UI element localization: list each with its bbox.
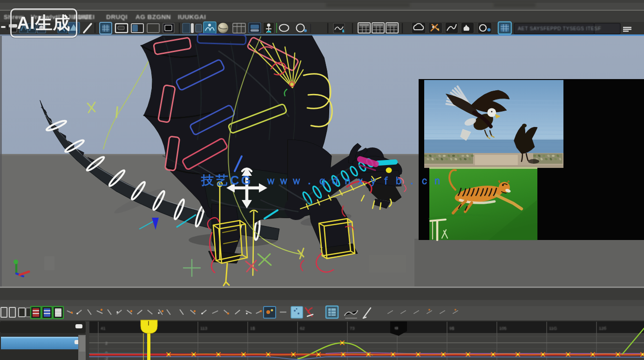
svg-text:IUUKGAI: IUUKGAI: [178, 13, 206, 20]
svg-text:AG BZGNN: AG BZGNN: [136, 13, 171, 20]
svg-text:AET SAYSFEPPD TYSEGS ITESF: AET SAYSFEPPD TYSEGS ITESF: [518, 26, 601, 31]
svg-text:62: 62: [300, 326, 305, 331]
svg-text:12б: 12б: [599, 326, 607, 331]
svg-text:t3: t3: [395, 326, 398, 330]
svg-text:113: 113: [200, 326, 207, 331]
svg-text:DRUQI: DRUQI: [106, 13, 128, 20]
svg-text:1$: 1$: [250, 326, 255, 331]
svg-text:2: 2: [105, 341, 108, 346]
svg-text:73: 73: [350, 326, 355, 331]
svg-text:11G: 11G: [549, 326, 557, 331]
svg-text:41: 41: [101, 326, 106, 331]
svg-text:技艺CG: 技艺CG: [201, 173, 253, 187]
svg-text:9$: 9$: [449, 326, 454, 331]
svg-text:105: 105: [499, 326, 507, 331]
svg-text:ｗｗｗ．ｑｄｎｘｙｆｂ．ｃｎ: ｗｗｗ．ｑｄｎｘｙｆｂ．ｃｎ: [265, 174, 445, 187]
